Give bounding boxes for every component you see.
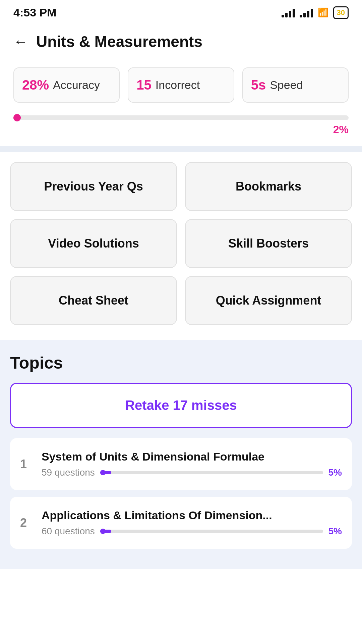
quick-assignment-button[interactable]: Quick Assignment bbox=[185, 276, 352, 325]
topic-name-1: System of Units & Dimensional Formulae bbox=[42, 450, 342, 463]
topic-num-1: 1 bbox=[20, 457, 35, 471]
accuracy-card: 28% Accuracy bbox=[13, 67, 120, 103]
signal-icon-1 bbox=[282, 8, 295, 17]
topic-progress-track-1 bbox=[100, 471, 323, 474]
cheat-sheet-button[interactable]: Cheat Sheet bbox=[10, 276, 177, 325]
topic-num-2: 2 bbox=[20, 516, 35, 530]
status-icons: 📶 30 bbox=[282, 6, 349, 19]
incorrect-value: 15 bbox=[136, 77, 152, 93]
page-header: ← Units & Measurements bbox=[0, 22, 362, 57]
topic-questions-2: 60 questions bbox=[42, 526, 95, 537]
topic-progress-dot-1 bbox=[100, 470, 106, 475]
topics-section: Topics Retake 17 misses 1 System of Unit… bbox=[0, 340, 362, 569]
topic-percent-2: 5% bbox=[328, 526, 342, 537]
topic-card-2[interactable]: 2 Applications & Limitations Of Dimensio… bbox=[10, 497, 352, 549]
page-title: Units & Measurements bbox=[36, 33, 202, 51]
topic-meta-1: 59 questions 5% bbox=[42, 467, 342, 478]
topic-progress-track-2 bbox=[100, 530, 323, 533]
signal-icon-2 bbox=[300, 8, 313, 17]
topic-meta-2: 60 questions 5% bbox=[42, 526, 342, 537]
skill-boosters-button[interactable]: Skill Boosters bbox=[185, 219, 352, 268]
video-solutions-button[interactable]: Video Solutions bbox=[10, 219, 177, 268]
bookmarks-button[interactable]: Bookmarks bbox=[185, 162, 352, 211]
topic-percent-1: 5% bbox=[328, 467, 342, 478]
topic-content-2: Applications & Limitations Of Dimension.… bbox=[42, 509, 342, 537]
topics-title: Topics bbox=[10, 353, 352, 373]
grid-row-2: Video Solutions Skill Boosters bbox=[10, 219, 352, 268]
retake-button[interactable]: Retake 17 misses bbox=[10, 383, 352, 428]
previous-year-qs-button[interactable]: Previous Year Qs bbox=[10, 162, 177, 211]
stats-section: 28% Accuracy 15 Incorrect 5s Speed bbox=[0, 57, 362, 115]
section-divider bbox=[0, 146, 362, 152]
wifi-icon: 📶 bbox=[318, 7, 328, 18]
topic-name-2: Applications & Limitations Of Dimension.… bbox=[42, 509, 342, 522]
back-button[interactable]: ← bbox=[13, 34, 28, 49]
progress-section: 2% bbox=[0, 115, 362, 146]
topic-questions-1: 59 questions bbox=[42, 467, 95, 478]
accuracy-label: Accuracy bbox=[53, 78, 100, 92]
topic-content-1: System of Units & Dimensional Formulae 5… bbox=[42, 450, 342, 478]
progress-label: 2% bbox=[13, 123, 349, 136]
topic-progress-dot-2 bbox=[100, 529, 106, 534]
speed-card: 5s Speed bbox=[242, 67, 349, 103]
progress-dot bbox=[13, 114, 21, 121]
status-time: 4:53 PM bbox=[13, 6, 57, 19]
speed-label: Speed bbox=[270, 78, 303, 92]
grid-row-1: Previous Year Qs Bookmarks bbox=[10, 162, 352, 211]
grid-section: Previous Year Qs Bookmarks Video Solutio… bbox=[0, 152, 362, 340]
incorrect-card: 15 Incorrect bbox=[128, 67, 234, 103]
topic-card-1[interactable]: 1 System of Units & Dimensional Formulae… bbox=[10, 438, 352, 490]
progress-track bbox=[13, 115, 349, 120]
stats-row: 28% Accuracy 15 Incorrect 5s Speed bbox=[13, 67, 349, 103]
speed-value: 5s bbox=[251, 77, 266, 93]
grid-row-3: Cheat Sheet Quick Assignment bbox=[10, 276, 352, 325]
accuracy-value: 28% bbox=[22, 77, 49, 93]
status-bar: 4:53 PM 📶 30 bbox=[0, 0, 362, 22]
battery-icon: 30 bbox=[333, 6, 349, 19]
incorrect-label: Incorrect bbox=[156, 78, 200, 92]
